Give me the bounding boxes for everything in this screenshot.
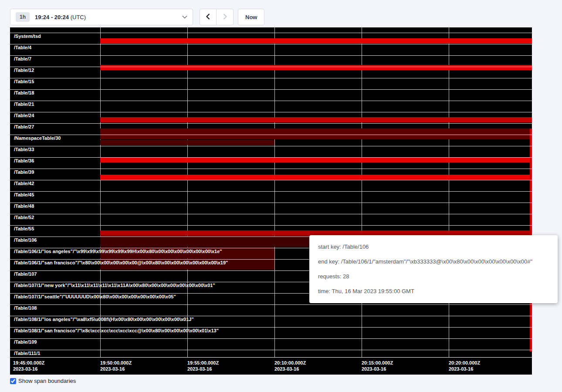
heat-band[interactable]	[100, 128, 532, 139]
key-span-label: /Table/108/1/"los angeles"/"\xa8\xf5\u00…	[14, 317, 194, 322]
axis-date: 2023-03-16	[100, 366, 132, 372]
chevron-down-icon	[182, 15, 187, 19]
heat-band[interactable]	[100, 65, 532, 70]
axis-tick-label: 19:45:00.000Z2023-03-16	[13, 360, 44, 372]
key-span-label: /NamespaceTable/30	[14, 135, 61, 141]
span-boundary-line	[10, 157, 532, 158]
key-span-label: /Table/107	[14, 271, 37, 277]
heat-band[interactable]	[100, 157, 532, 162]
axis-time: 19:45:00.000Z	[13, 360, 44, 366]
heat-band[interactable]	[100, 117, 532, 122]
span-boundary-line	[10, 338, 532, 339]
axis-time: 20:10:00.000Z	[274, 360, 306, 366]
key-span-label: /Table/27	[14, 124, 34, 129]
span-boundary-line	[10, 350, 532, 350]
tooltip-requests: requests: 28	[318, 269, 549, 284]
span-boundary-line	[10, 214, 532, 214]
key-span-label: /Table/106	[14, 237, 37, 243]
span-boundary-line	[10, 191, 532, 192]
time-gridline	[187, 27, 188, 357]
key-span-label: /Table/55	[14, 226, 34, 231]
span-boundary-line	[10, 146, 532, 146]
axis-time: 19:55:00.000Z	[187, 360, 219, 366]
key-span-label: /Table/4	[14, 45, 31, 50]
key-visualizer-page: 1h 19:24 - 20:24 (UTC)	[0, 0, 562, 384]
span-boundary-line	[10, 180, 532, 180]
span-boundary-line	[10, 304, 532, 305]
span-boundary-line	[10, 135, 532, 135]
span-boundary-line	[10, 33, 532, 33]
axis-tick-label: 20:20:00.000Z2023-03-16	[449, 360, 480, 372]
axis-tick-label: 19:50:00.000Z2023-03-16	[100, 360, 132, 372]
span-boundary-line	[10, 55, 532, 56]
axis-date: 2023-03-16	[362, 366, 393, 372]
time-range-label: 19:24 - 20:24 (UTC)	[35, 14, 86, 20]
key-span-label: /Table/36	[14, 158, 34, 163]
chevron-right-icon	[223, 14, 227, 21]
key-span-label: /Table/108/1/"san francisco"/"\x8c\xcc\x…	[14, 328, 219, 333]
key-span-label: /Table/52	[14, 215, 34, 220]
time-gridline	[274, 27, 275, 357]
tooltip-time: time: Thu, 16 Mar 2023 19:55:00 GMT	[318, 284, 549, 299]
span-boundary-line	[10, 101, 532, 101]
axis-time: 20:20:00.000Z	[449, 360, 480, 366]
key-span-label: /Table/111/1	[14, 351, 40, 356]
show-span-boundaries-control[interactable]: Show span boundaries	[10, 378, 562, 384]
key-span-label: /Table/107/1/"seattle"/"UUUUUUD\x00\x80\…	[14, 294, 176, 299]
time-axis: 19:45:00.000Z2023-03-1619:50:00.000Z2023…	[10, 357, 532, 375]
span-boundary-line	[10, 78, 532, 78]
key-span-label: /Table/107/1/"new york"/"\x11\x11\x11\x1…	[14, 283, 215, 288]
key-span-label: /Table/33	[14, 147, 34, 152]
toolbar: 1h 19:24 - 20:24 (UTC)	[0, 0, 562, 25]
key-span-label: /Table/24	[14, 113, 34, 118]
axis-date: 2023-03-16	[449, 366, 480, 372]
span-tooltip: start key: /Table/106 end key: /Table/10…	[309, 235, 558, 303]
time-range-selector[interactable]: 1h 19:24 - 20:24 (UTC)	[10, 9, 193, 25]
heat-band[interactable]	[100, 140, 274, 145]
axis-tick-label: 20:15:00.000Z2023-03-16	[362, 360, 393, 372]
time-gridline	[362, 27, 362, 357]
axis-time: 19:50:00.000Z	[100, 360, 132, 366]
span-boundary-line	[10, 44, 532, 44]
axis-tick-label: 19:55:00.000Z2023-03-16	[187, 360, 219, 372]
next-timeframe-button[interactable]	[217, 9, 234, 25]
key-span-label: /Table/21	[14, 101, 34, 107]
key-span-label: /Table/106/1/"los angeles"/"\x99\x99\x99…	[14, 249, 222, 254]
key-span-label: /Table/12	[14, 68, 34, 73]
time-nav-group	[200, 9, 234, 25]
key-span-label: /Table/39	[14, 169, 34, 175]
key-span-label: /Table/106/1/"san francisco"/"\x80\x00\x…	[14, 260, 228, 265]
time-gridline	[100, 27, 101, 357]
span-boundary-line	[10, 67, 532, 67]
heat-band[interactable]	[100, 38, 532, 44]
key-span-label: /Table/18	[14, 90, 34, 95]
prev-timeframe-button[interactable]	[200, 9, 217, 25]
now-button[interactable]: Now	[238, 9, 264, 25]
key-span-label: /Table/7	[14, 56, 31, 61]
timezone-label: (UTC)	[71, 14, 86, 20]
key-span-label: /Table/15	[14, 79, 34, 84]
time-gridline	[449, 27, 449, 357]
span-boundary-line	[10, 327, 532, 328]
key-visualizer-canvas[interactable]: /System/tsd/Table/4/Table/7/Table/12/Tab…	[10, 27, 532, 375]
show-span-boundaries-label: Show span boundaries	[18, 378, 76, 384]
show-span-boundaries-checkbox[interactable]	[10, 378, 16, 384]
axis-tick-label: 20:10:00.000Z2023-03-16	[274, 360, 306, 372]
time-range-text: 19:24 - 20:24	[35, 14, 69, 20]
axis-time: 20:15:00.000Z	[362, 360, 393, 366]
axis-date: 2023-03-16	[13, 366, 44, 372]
duration-badge: 1h	[16, 12, 30, 22]
tooltip-end-key: end key: /Table/106/1/"amsterdam"/"\xb33…	[318, 254, 549, 269]
key-span-label: /Table/48	[14, 203, 34, 209]
span-boundary-line	[10, 112, 532, 112]
heatmap-area[interactable]: /System/tsd/Table/4/Table/7/Table/12/Tab…	[10, 27, 532, 357]
chevron-left-icon	[206, 14, 210, 21]
key-span-label: /Table/45	[14, 192, 34, 197]
key-span-label: /System/tsd	[14, 34, 41, 39]
key-span-label: /Table/109	[14, 339, 37, 345]
span-boundary-line	[10, 225, 532, 226]
tooltip-start-key: start key: /Table/106	[318, 240, 549, 254]
heat-band[interactable]	[100, 175, 532, 180]
key-span-label: /Table/42	[14, 181, 34, 186]
axis-date: 2023-03-16	[187, 366, 219, 372]
